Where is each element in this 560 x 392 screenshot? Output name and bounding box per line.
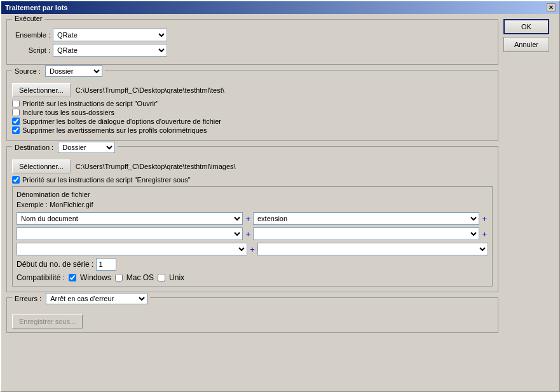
destination-type-select[interactable]: Dossier	[58, 142, 115, 153]
dest-priority-row: Priorité sur les instructions de script …	[12, 176, 493, 184]
annuler-button[interactable]: Annuler	[503, 37, 549, 52]
source-priority-checkbox[interactable]	[12, 100, 20, 107]
denom-row-3: +	[17, 243, 488, 255]
script-select[interactable]: QRate	[53, 44, 167, 57]
compat-label: Compatibilité :	[17, 273, 65, 282]
source-title: Source : Dossier	[12, 65, 105, 77]
subfolders-label: Inclure tous les sous-dossiers	[22, 109, 114, 116]
series-label: Début du no. de série :	[17, 260, 93, 269]
ensemble-select[interactable]: QRate	[53, 29, 167, 41]
denom-row3-select1[interactable]	[17, 243, 247, 255]
dest-path-row: Sélectionner... C:\Users\Trumpff_C\Deskt…	[12, 159, 493, 173]
denom-row3-plus1: +	[249, 245, 256, 254]
suppress-warnings-row: Supprimer les avertissements sur les pro…	[12, 126, 493, 134]
denom-row1-select2[interactable]: extension	[253, 212, 479, 225]
enregistrer-button[interactable]: Enregistrer sous...	[12, 314, 83, 328]
script-label: Script :	[12, 46, 50, 54]
denom-title: Dénomination de fichier	[17, 191, 488, 198]
source-path: C:\Users\Trumpff_C\Desktop\qrate\testhtm…	[73, 85, 227, 95]
executer-group: Exécuter Ensemble : QRate Script : QRate	[6, 19, 498, 65]
denom-row-1: Nom du document + extension +	[17, 212, 488, 225]
denom-row2-select1[interactable]	[17, 227, 243, 240]
subfolders-checkbox[interactable]	[12, 109, 20, 116]
source-group: Source : Dossier Sélectionner... C:\User…	[6, 70, 498, 141]
compat-windows-label: Windows	[80, 273, 111, 282]
subfolders-row: Inclure tous les sous-dossiers	[12, 109, 493, 116]
compat-windows-checkbox[interactable]	[69, 274, 76, 281]
source-type-select[interactable]: Dossier	[45, 65, 102, 77]
compat-macos-checkbox[interactable]	[115, 274, 123, 281]
source-priority-label: Priorité sur les instructions de script …	[22, 100, 158, 107]
denom-row2-select2[interactable]	[253, 227, 479, 240]
script-row: Script : QRate	[12, 44, 493, 57]
errors-select[interactable]: Arrêt en cas d'erreur	[46, 293, 147, 304]
title-bar: Traitement par lots ✕	[1, 1, 559, 14]
compat-row: Compatibilité : Windows Mac OS Unix	[17, 273, 488, 282]
destination-title: Destination : Dossier	[12, 142, 118, 153]
denom-row1-select1[interactable]: Nom du document	[17, 212, 243, 225]
ensemble-row: Ensemble : QRate	[12, 29, 493, 41]
suppress-dialogs-label: Supprimer les boîtes de dialogue d'optio…	[22, 118, 221, 125]
denom-row1-plus1: +	[244, 214, 252, 224]
suppress-dialogs-checkbox[interactable]	[12, 118, 20, 125]
source-path-row: Sélectionner... C:\Users\Trumpff_C\Deskt…	[12, 83, 493, 97]
title-bar-text: Traitement par lots	[5, 4, 67, 11]
errors-group: Erreurs : Arrêt en cas d'erreur Enregist…	[6, 297, 498, 333]
suppress-dialogs-row: Supprimer les boîtes de dialogue d'optio…	[12, 118, 493, 125]
denom-row1-plus2[interactable]: +	[481, 214, 488, 224]
selectionner-dest-button[interactable]: Sélectionner...	[12, 159, 71, 173]
main-panel: Exécuter Ensemble : QRate Script : QRate	[6, 19, 498, 386]
selectionner-source-button[interactable]: Sélectionner...	[12, 83, 71, 97]
suppress-warnings-checkbox[interactable]	[12, 126, 20, 134]
destination-group: Destination : Dossier Sélectionner... C:…	[6, 146, 498, 292]
denom-row2-plus1: +	[244, 229, 252, 239]
ensemble-label: Ensemble :	[12, 31, 50, 39]
side-panel: OK Annuler	[503, 19, 554, 386]
close-icon[interactable]: ✕	[547, 3, 556, 12]
dest-path: C:\Users\Trumpff_C\Desktop\qrate\testhtm…	[73, 161, 238, 172]
compat-unix-checkbox[interactable]	[158, 274, 165, 281]
series-row: Début du no. de série :	[17, 258, 488, 271]
compat-macos-label: Mac OS	[126, 273, 154, 282]
series-input[interactable]	[96, 258, 116, 271]
executer-title: Exécuter	[12, 15, 44, 22]
source-priority-row: Priorité sur les instructions de script …	[12, 100, 493, 107]
compat-unix-label: Unix	[169, 273, 184, 282]
denom-row2-plus2[interactable]: +	[481, 229, 488, 239]
ok-button[interactable]: OK	[503, 19, 549, 34]
denom-group: Dénomination de fichier Exemple : MonFic…	[12, 186, 493, 287]
dest-priority-checkbox[interactable]	[12, 176, 20, 184]
denom-row3-select2[interactable]	[257, 243, 488, 255]
dest-priority-label: Priorité sur les instructions de script …	[22, 176, 191, 184]
denom-row-2: + +	[17, 227, 488, 240]
errors-title: Erreurs : Arrêt en cas d'erreur	[12, 293, 150, 304]
suppress-warnings-label: Supprimer les avertissements sur les pro…	[22, 126, 207, 134]
denom-example: Exemple : MonFichier.gif	[17, 201, 488, 208]
